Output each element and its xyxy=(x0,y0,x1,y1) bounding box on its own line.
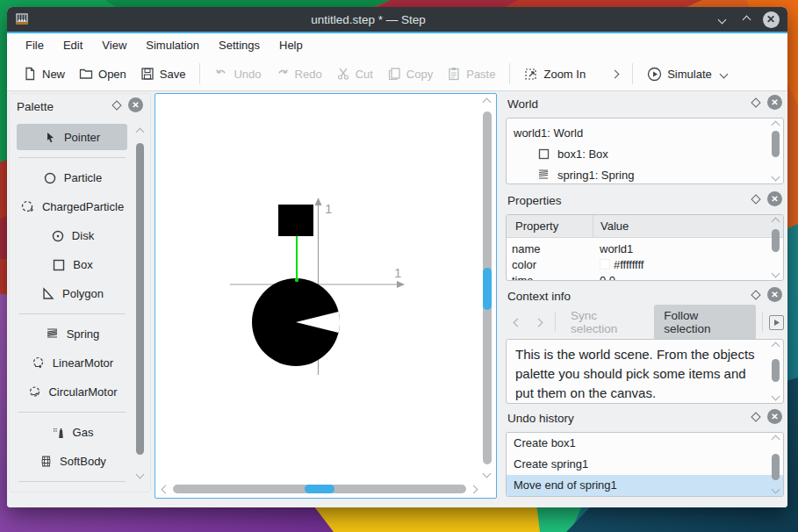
palette-item-pointer[interactable]: Pointer xyxy=(17,124,127,150)
menu-simulation[interactable]: Simulation xyxy=(136,33,209,57)
properties-scrollbar[interactable] xyxy=(769,217,781,278)
menu-edit[interactable]: Edit xyxy=(54,33,92,57)
property-row-time[interactable]: time 0.0 xyxy=(507,272,783,281)
tree-item-spring1[interactable]: spring1: Spring xyxy=(514,164,783,184)
palette-item-charged-particle[interactable]: ChargedParticle xyxy=(15,192,129,221)
float-panel-icon[interactable] xyxy=(111,100,121,110)
context-close-button[interactable]: ✕ xyxy=(767,287,782,302)
history-forward-button[interactable] xyxy=(528,320,550,326)
new-button[interactable]: New xyxy=(16,62,72,85)
canvas-hscrollbar[interactable] xyxy=(161,484,478,495)
tree-item-world1[interactable]: world1: World xyxy=(514,122,783,143)
palette-scrollbar[interactable] xyxy=(134,124,147,485)
palette-item-box[interactable]: Box xyxy=(15,250,129,279)
palette-item-disk[interactable]: Disk xyxy=(15,221,129,250)
menu-view[interactable]: View xyxy=(92,33,136,57)
particle-icon xyxy=(42,170,58,186)
float-panel-icon[interactable] xyxy=(751,194,760,204)
open-button[interactable]: Open xyxy=(72,62,133,85)
undo-scrollbar[interactable] xyxy=(769,435,781,494)
world-scrollbar[interactable] xyxy=(769,120,781,182)
cut-button[interactable]: Cut xyxy=(329,62,380,85)
undo-item-create-spring1[interactable]: Create spring1 xyxy=(507,454,783,475)
menu-file[interactable]: File xyxy=(16,33,54,57)
copy-icon xyxy=(387,67,401,81)
context-scroll-thumb[interactable] xyxy=(772,359,780,382)
gas-icon xyxy=(51,425,67,441)
palette-item-linear-motor[interactable]: LinearMotor xyxy=(15,349,129,377)
undo-item-create-box1[interactable]: Create box1 xyxy=(507,433,783,454)
properties-close-button[interactable]: ✕ xyxy=(767,191,782,206)
world-panel-header: World ✕ xyxy=(507,93,786,114)
copy-button[interactable]: Copy xyxy=(380,62,440,85)
sync-selection-button[interactable]: Sync selection xyxy=(562,309,654,335)
paste-button[interactable]: Paste xyxy=(440,62,502,85)
context-toolbar: Sync selection Follow selection xyxy=(507,309,784,335)
color-swatch xyxy=(600,259,610,270)
scroll-up-icon[interactable] xyxy=(771,342,780,351)
scroll-right-icon[interactable] xyxy=(470,485,478,494)
toolbar-separator xyxy=(509,63,510,84)
float-panel-icon[interactable] xyxy=(751,290,760,299)
menu-help[interactable]: Help xyxy=(270,33,313,57)
column-property[interactable]: Property xyxy=(507,219,593,233)
world-scroll-thumb[interactable] xyxy=(772,131,780,157)
open-in-browser-button[interactable] xyxy=(769,315,784,330)
canvas-vscrollbar[interactable] xyxy=(482,99,493,477)
dropdown-chevron-icon xyxy=(719,69,728,78)
titlebar[interactable]: untitled.step * — Step ✕ xyxy=(7,7,787,32)
palette-item-softbody[interactable]: SoftBody xyxy=(15,447,129,476)
palette-item-particle[interactable]: Particle xyxy=(15,163,129,192)
scroll-up-icon[interactable] xyxy=(771,435,780,444)
undo-button[interactable]: Undo xyxy=(207,62,268,85)
simulate-dropdown-button[interactable] xyxy=(719,67,734,82)
close-button[interactable]: ✕ xyxy=(761,10,780,29)
scroll-down-icon[interactable] xyxy=(483,470,492,478)
scroll-down-icon[interactable] xyxy=(771,485,780,494)
scroll-up-icon[interactable] xyxy=(483,98,492,107)
toolbar-overflow-button[interactable] xyxy=(605,67,625,82)
palette-item-circular-motor[interactable]: CircularMotor xyxy=(15,377,129,406)
canvas-hscroll-track[interactable] xyxy=(173,485,466,493)
maximize-button[interactable] xyxy=(737,10,756,29)
scroll-down-icon[interactable] xyxy=(771,173,780,182)
palette-item-spring[interactable]: Spring xyxy=(15,320,129,349)
canvas-vscroll-thumb[interactable] xyxy=(483,268,492,310)
canvas-vscroll-track[interactable] xyxy=(483,111,492,464)
scene-canvas[interactable]: 1 1 xyxy=(155,93,497,499)
scroll-down-icon[interactable] xyxy=(136,471,145,479)
scroll-up-icon[interactable] xyxy=(136,128,145,137)
scroll-left-icon[interactable] xyxy=(162,485,170,494)
minimize-button[interactable] xyxy=(712,10,731,29)
pointer-icon xyxy=(44,131,57,144)
history-back-button[interactable] xyxy=(507,320,528,326)
undo-scroll-thumb[interactable] xyxy=(772,454,780,480)
scroll-up-icon[interactable] xyxy=(771,121,780,130)
zoom-in-button[interactable]: Zoom In xyxy=(517,62,593,85)
follow-selection-button[interactable]: Follow selection xyxy=(654,305,756,340)
palette-scroll-thumb[interactable] xyxy=(136,143,144,455)
scroll-up-icon[interactable] xyxy=(771,218,780,226)
properties-scroll-thumb[interactable] xyxy=(772,229,780,252)
palette-item-gas[interactable]: Gas xyxy=(15,418,129,447)
scroll-down-icon[interactable] xyxy=(771,270,780,278)
undo-close-button[interactable]: ✕ xyxy=(767,409,782,424)
simulate-button[interactable]: Simulate xyxy=(640,62,719,86)
save-button[interactable]: Save xyxy=(133,62,193,85)
canvas-hscroll-thumb[interactable] xyxy=(305,485,334,493)
palette-item-polygon[interactable]: Polygon xyxy=(15,279,129,308)
context-scrollbar[interactable] xyxy=(769,341,781,401)
scroll-down-icon[interactable] xyxy=(771,392,780,401)
property-row-color[interactable]: color #ffffffff xyxy=(507,256,783,272)
column-value[interactable]: Value xyxy=(593,215,783,238)
float-panel-icon[interactable] xyxy=(751,97,760,107)
undo-item-move-end-of-spring1[interactable]: Move end of spring1 xyxy=(507,475,783,496)
float-panel-icon[interactable] xyxy=(751,412,760,421)
menu-settings[interactable]: Settings xyxy=(209,33,270,57)
property-row-name[interactable]: name world1 xyxy=(507,241,783,256)
world-close-button[interactable]: ✕ xyxy=(767,95,782,110)
palette-title: Palette xyxy=(17,100,54,113)
redo-button[interactable]: Redo xyxy=(269,62,329,85)
tree-item-box1[interactable]: box1: Box xyxy=(514,143,783,164)
palette-close-button[interactable]: ✕ xyxy=(128,97,143,112)
